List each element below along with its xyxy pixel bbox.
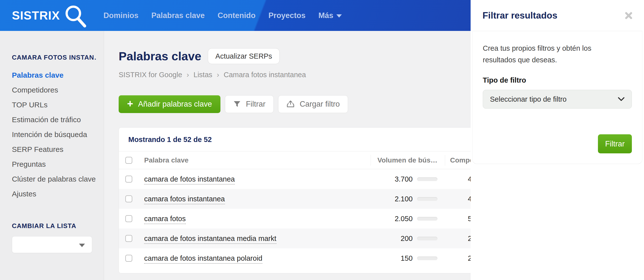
- sidebar-item-ajustes[interactable]: Ajustes: [0, 186, 104, 201]
- breadcrumb-current-list[interactable]: Camara fotos instantanea: [224, 71, 306, 79]
- magnifier-icon: [62, 4, 88, 28]
- load-filter-button[interactable]: Cargar filtro: [278, 95, 348, 113]
- nav-dominios[interactable]: Dominios: [104, 11, 138, 20]
- keyword-link[interactable]: camara fotos instantanea: [144, 195, 225, 204]
- search-volume-bar: [417, 217, 438, 221]
- sidebar: CAMARA FOTOS INSTAN… Palabras clave Comp…: [0, 31, 104, 280]
- row-checkbox[interactable]: [125, 215, 132, 222]
- add-keywords-button[interactable]: + Añadir palabras clave: [119, 95, 220, 113]
- results-count-text: Mostrando 1 de 52 de 52: [128, 136, 212, 143]
- filter-results-panel: Filtrar resultados Crea tus propios filt…: [470, 0, 644, 280]
- select-all-checkbox[interactable]: [125, 157, 132, 164]
- chevron-down-icon: [336, 14, 342, 17]
- sidebar-item-palabras-clave[interactable]: Palabras clave: [0, 68, 104, 83]
- sidebar-item-preguntas[interactable]: Preguntas: [0, 157, 104, 172]
- search-volume-value: 2.050: [394, 215, 413, 223]
- filter-type-label: Tipo de filtro: [483, 76, 632, 84]
- nav-contenido[interactable]: Contenido: [218, 11, 255, 20]
- search-volume-value: 3.700: [394, 175, 413, 183]
- sidebar-item-estimacion-trafico[interactable]: Estimación de tráfico: [0, 112, 104, 127]
- chevron-down-icon: [618, 97, 625, 101]
- column-header-volume[interactable]: Volumen de bús…: [370, 155, 445, 166]
- breadcrumb-listas[interactable]: Listas: [194, 71, 212, 79]
- search-volume-bar: [417, 177, 438, 181]
- update-serps-button[interactable]: Actualizar SERPs: [208, 48, 280, 64]
- sistrix-logo[interactable]: SISTRIX: [12, 3, 88, 28]
- page-title: Palabras clave: [119, 49, 201, 63]
- search-volume-bar: [417, 257, 438, 260]
- search-volume-bar: [417, 237, 438, 240]
- nav-palabras-clave[interactable]: Palabras clave: [151, 11, 204, 20]
- sidebar-item-competidores[interactable]: Competidores: [0, 83, 104, 98]
- primary-nav: Dominios Palabras clave Contenido Proyec…: [104, 11, 342, 20]
- filter-panel-body: Crea tus propios filtros y obtén los res…: [472, 31, 642, 164]
- sidebar-item-top-urls[interactable]: TOP URLs: [0, 98, 104, 112]
- breadcrumb-separator: ›: [186, 70, 189, 79]
- sidebar-item-intencion-busqueda[interactable]: Intención de búsqueda: [0, 127, 104, 142]
- sistrix-logo-text: SISTRIX: [12, 9, 60, 22]
- keyword-link[interactable]: camara fotos: [144, 215, 186, 224]
- sidebar-list-title: CAMARA FOTOS INSTAN…: [12, 54, 96, 61]
- filter-panel-description: Crea tus propios filtros y obtén los res…: [483, 42, 623, 66]
- row-checkbox[interactable]: [125, 176, 132, 182]
- row-checkbox[interactable]: [125, 195, 132, 202]
- sidebar-item-cluster-palabras-clave[interactable]: Clúster de palabras clave: [0, 172, 104, 186]
- filter-type-select[interactable]: Seleccionar tipo de filtro: [483, 90, 632, 109]
- row-checkbox[interactable]: [125, 235, 132, 242]
- nav-mas[interactable]: Más: [318, 11, 342, 20]
- column-header-keyword[interactable]: Palabra clave: [138, 156, 370, 164]
- filter-submit-button[interactable]: Filtrar: [598, 134, 632, 153]
- close-icon[interactable]: [623, 10, 634, 21]
- change-list-title: CAMBIAR LA LISTA: [12, 222, 104, 230]
- keyword-link[interactable]: camara de fotos instantanea media markt: [144, 235, 276, 244]
- breadcrumb-root[interactable]: SISTRIX for Google: [119, 71, 182, 79]
- chevron-down-icon: [79, 244, 85, 247]
- upload-tray-icon: [286, 100, 295, 108]
- sidebar-nav: Palabras clave Competidores TOP URLs Est…: [0, 68, 104, 201]
- nav-proyectos[interactable]: Proyectos: [268, 11, 306, 20]
- breadcrumb-separator: ›: [217, 70, 219, 79]
- row-checkbox[interactable]: [125, 255, 132, 262]
- funnel-icon: [233, 100, 241, 108]
- filter-type-select-value: Seleccionar tipo de filtro: [490, 95, 618, 103]
- search-volume-bar: [417, 197, 438, 201]
- sidebar-item-serp-features[interactable]: SERP Features: [0, 142, 104, 157]
- keyword-link[interactable]: camara de fotos instantanea polaroid: [144, 254, 262, 264]
- search-volume-value: 150: [401, 254, 413, 263]
- search-volume-value: 200: [401, 235, 413, 243]
- filter-button[interactable]: Filtrar: [225, 95, 274, 113]
- filter-panel-title: Filtrar resultados: [482, 10, 623, 21]
- change-list-select[interactable]: [12, 236, 92, 253]
- keyword-link[interactable]: camara de fotos instantanea: [144, 175, 235, 184]
- search-volume-value: 2.100: [394, 195, 413, 203]
